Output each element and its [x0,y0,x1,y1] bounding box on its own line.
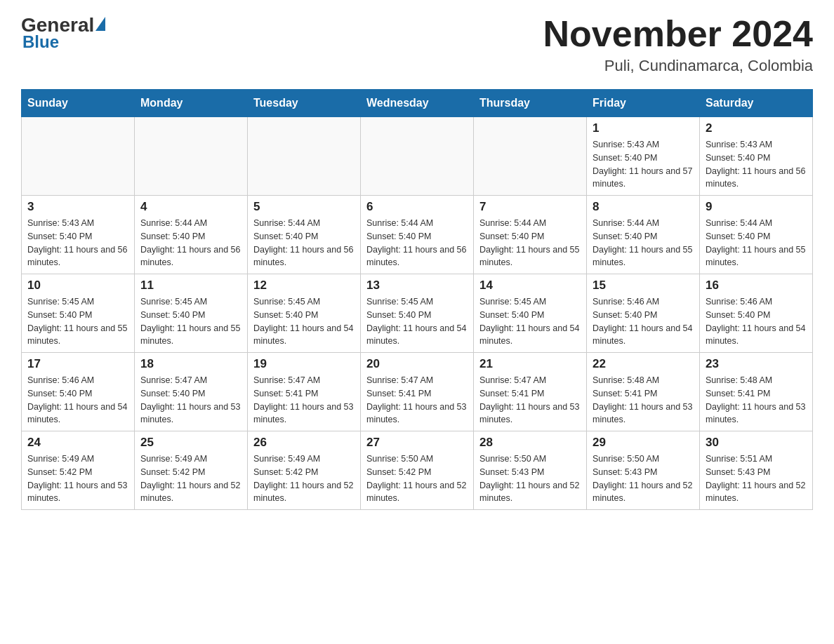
day-info: Sunrise: 5:47 AM Sunset: 5:41 PM Dayligh… [479,374,581,427]
calendar-cell: 16Sunrise: 5:46 AM Sunset: 5:40 PM Dayli… [700,274,813,353]
day-number: 17 [27,357,128,371]
day-info: Sunrise: 5:47 AM Sunset: 5:41 PM Dayligh… [253,374,355,427]
day-info: Sunrise: 5:51 AM Sunset: 5:43 PM Dayligh… [706,452,807,505]
day-number: 3 [27,200,128,214]
location-subtitle: Puli, Cundinamarca, Colombia [543,57,813,75]
day-info: Sunrise: 5:50 AM Sunset: 5:42 PM Dayligh… [366,452,468,505]
day-info: Sunrise: 5:44 AM Sunset: 5:40 PM Dayligh… [366,217,468,269]
weekday-header-saturday: Saturday [700,90,813,117]
day-number: 24 [27,436,128,450]
calendar-week-2: 3Sunrise: 5:43 AM Sunset: 5:40 PM Daylig… [22,196,813,274]
calendar-cell [248,117,361,196]
day-info: Sunrise: 5:44 AM Sunset: 5:40 PM Dayligh… [253,217,355,269]
day-info: Sunrise: 5:45 AM Sunset: 5:40 PM Dayligh… [140,295,241,348]
day-info: Sunrise: 5:49 AM Sunset: 5:42 PM Dayligh… [253,452,355,505]
day-number: 2 [706,121,807,135]
logo: General Blue [21,14,105,52]
calendar-cell: 26Sunrise: 5:49 AM Sunset: 5:42 PM Dayli… [248,431,361,510]
calendar-cell: 10Sunrise: 5:45 AM Sunset: 5:40 PM Dayli… [22,274,135,353]
calendar-cell: 23Sunrise: 5:48 AM Sunset: 5:41 PM Dayli… [700,353,813,431]
calendar-cell: 30Sunrise: 5:51 AM Sunset: 5:43 PM Dayli… [700,431,813,510]
day-number: 20 [366,357,468,371]
day-number: 26 [253,436,355,450]
day-info: Sunrise: 5:44 AM Sunset: 5:40 PM Dayligh… [593,217,694,269]
calendar-week-3: 10Sunrise: 5:45 AM Sunset: 5:40 PM Dayli… [22,274,813,353]
weekday-header-monday: Monday [135,90,248,117]
weekday-header-thursday: Thursday [474,90,587,117]
title-section: November 2024 Puli, Cundinamarca, Colomb… [543,14,813,75]
day-info: Sunrise: 5:45 AM Sunset: 5:40 PM Dayligh… [27,295,128,348]
day-number: 6 [366,200,468,214]
day-number: 9 [706,200,807,214]
weekday-header-sunday: Sunday [22,90,135,117]
day-number: 19 [253,357,355,371]
calendar-header-row: SundayMondayTuesdayWednesdayThursdayFrid… [22,90,813,117]
calendar-cell: 1Sunrise: 5:43 AM Sunset: 5:40 PM Daylig… [587,117,700,196]
page-header: General Blue November 2024 Puli, Cundina… [21,14,813,75]
calendar-week-5: 24Sunrise: 5:49 AM Sunset: 5:42 PM Dayli… [22,431,813,510]
calendar-cell: 19Sunrise: 5:47 AM Sunset: 5:41 PM Dayli… [248,353,361,431]
day-info: Sunrise: 5:45 AM Sunset: 5:40 PM Dayligh… [479,295,581,348]
calendar-cell: 14Sunrise: 5:45 AM Sunset: 5:40 PM Dayli… [474,274,587,353]
day-info: Sunrise: 5:48 AM Sunset: 5:41 PM Dayligh… [706,374,807,427]
calendar-cell: 7Sunrise: 5:44 AM Sunset: 5:40 PM Daylig… [474,196,587,274]
calendar-cell: 2Sunrise: 5:43 AM Sunset: 5:40 PM Daylig… [700,117,813,196]
day-info: Sunrise: 5:43 AM Sunset: 5:40 PM Dayligh… [27,217,128,269]
day-number: 18 [140,357,241,371]
day-number: 23 [706,357,807,371]
weekday-header-wednesday: Wednesday [361,90,474,117]
logo-triangle-icon [95,17,105,31]
day-number: 25 [140,436,241,450]
day-number: 13 [366,279,468,293]
calendar-week-1: 1Sunrise: 5:43 AM Sunset: 5:40 PM Daylig… [22,117,813,196]
calendar-cell: 6Sunrise: 5:44 AM Sunset: 5:40 PM Daylig… [361,196,474,274]
day-number: 22 [593,357,694,371]
calendar-week-4: 17Sunrise: 5:46 AM Sunset: 5:40 PM Dayli… [22,353,813,431]
calendar-cell: 15Sunrise: 5:46 AM Sunset: 5:40 PM Dayli… [587,274,700,353]
calendar-cell: 12Sunrise: 5:45 AM Sunset: 5:40 PM Dayli… [248,274,361,353]
calendar-cell: 28Sunrise: 5:50 AM Sunset: 5:43 PM Dayli… [474,431,587,510]
day-info: Sunrise: 5:50 AM Sunset: 5:43 PM Dayligh… [479,452,581,505]
calendar-cell: 5Sunrise: 5:44 AM Sunset: 5:40 PM Daylig… [248,196,361,274]
day-info: Sunrise: 5:49 AM Sunset: 5:42 PM Dayligh… [140,452,241,505]
day-info: Sunrise: 5:47 AM Sunset: 5:40 PM Dayligh… [140,374,241,427]
month-year-title: November 2024 [543,14,813,54]
day-info: Sunrise: 5:45 AM Sunset: 5:40 PM Dayligh… [366,295,468,348]
day-info: Sunrise: 5:44 AM Sunset: 5:40 PM Dayligh… [140,217,241,269]
calendar-cell: 8Sunrise: 5:44 AM Sunset: 5:40 PM Daylig… [587,196,700,274]
day-number: 30 [706,436,807,450]
day-info: Sunrise: 5:46 AM Sunset: 5:40 PM Dayligh… [27,374,128,427]
calendar-cell [22,117,135,196]
day-number: 29 [593,436,694,450]
day-info: Sunrise: 5:46 AM Sunset: 5:40 PM Dayligh… [706,295,807,348]
calendar-cell: 20Sunrise: 5:47 AM Sunset: 5:41 PM Dayli… [361,353,474,431]
day-info: Sunrise: 5:44 AM Sunset: 5:40 PM Dayligh… [479,217,581,269]
day-number: 1 [593,121,694,135]
day-info: Sunrise: 5:48 AM Sunset: 5:41 PM Dayligh… [593,374,694,427]
day-number: 16 [706,279,807,293]
day-info: Sunrise: 5:47 AM Sunset: 5:41 PM Dayligh… [366,374,468,427]
calendar-cell: 3Sunrise: 5:43 AM Sunset: 5:40 PM Daylig… [22,196,135,274]
day-info: Sunrise: 5:43 AM Sunset: 5:40 PM Dayligh… [593,138,694,191]
day-number: 21 [479,357,581,371]
day-number: 27 [366,436,468,450]
calendar-cell [135,117,248,196]
day-number: 15 [593,279,694,293]
weekday-header-tuesday: Tuesday [248,90,361,117]
calendar-cell: 22Sunrise: 5:48 AM Sunset: 5:41 PM Dayli… [587,353,700,431]
calendar-table: SundayMondayTuesdayWednesdayThursdayFrid… [21,89,813,510]
calendar-cell: 9Sunrise: 5:44 AM Sunset: 5:40 PM Daylig… [700,196,813,274]
calendar-cell: 25Sunrise: 5:49 AM Sunset: 5:42 PM Dayli… [135,431,248,510]
day-number: 7 [479,200,581,214]
calendar-cell [361,117,474,196]
day-number: 4 [140,200,241,214]
day-info: Sunrise: 5:50 AM Sunset: 5:43 PM Dayligh… [593,452,694,505]
day-info: Sunrise: 5:45 AM Sunset: 5:40 PM Dayligh… [253,295,355,348]
day-number: 8 [593,200,694,214]
calendar-cell: 24Sunrise: 5:49 AM Sunset: 5:42 PM Dayli… [22,431,135,510]
day-number: 28 [479,436,581,450]
weekday-header-friday: Friday [587,90,700,117]
day-info: Sunrise: 5:49 AM Sunset: 5:42 PM Dayligh… [27,452,128,505]
day-number: 12 [253,279,355,293]
calendar-cell: 29Sunrise: 5:50 AM Sunset: 5:43 PM Dayli… [587,431,700,510]
